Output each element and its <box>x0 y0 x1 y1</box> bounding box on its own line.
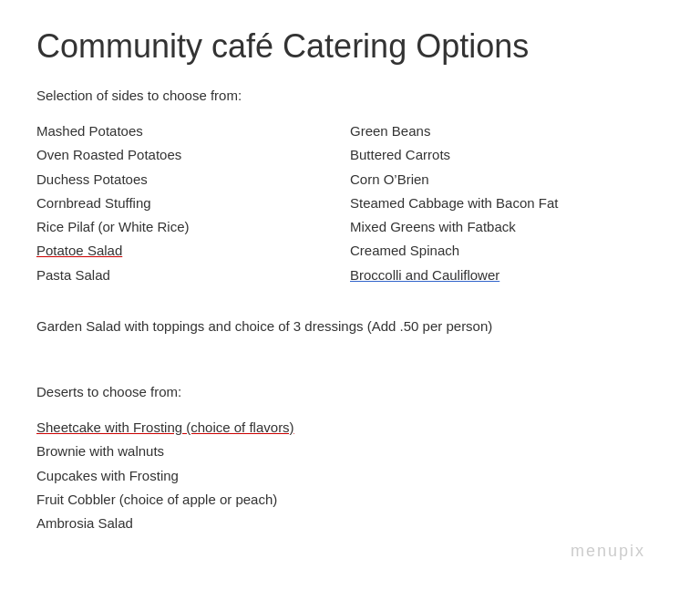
dessert-item: Fruit Cobbler (choice of apple or peach) <box>36 488 664 512</box>
sides-left-item: Duchess Potatoes <box>36 168 350 192</box>
sides-right-item: Steamed Cabbage with Bacon Fat <box>350 192 664 215</box>
full-width-item: Garden Salad with toppings and choice of… <box>36 315 664 338</box>
page-title: Community café Catering Options <box>36 27 664 66</box>
sides-left-item: Potatoe Salad <box>36 239 350 263</box>
sides-grid: Mashed PotatoesOven Roasted PotatoesDuch… <box>36 119 664 287</box>
sides-right-item: Green Beans <box>350 119 664 143</box>
sides-left-item: Mashed Potatoes <box>36 119 350 143</box>
sides-right-column: Green BeansButtered CarrotsCorn O’BrienS… <box>350 119 664 287</box>
sides-right-item: Creamed Spinach <box>350 239 664 263</box>
sides-left-item: Cornbread Stuffing <box>36 192 350 215</box>
sides-right-item: Corn O’Brien <box>350 168 664 192</box>
desserts-section: Deserts to choose from: Sheetcake with F… <box>36 384 664 535</box>
sides-left-item: Pasta Salad <box>36 264 350 287</box>
dessert-item: Ambrosia Salad <box>36 512 664 535</box>
sides-right-item: Mixed Greens with Fatback <box>350 215 664 239</box>
desserts-list: Sheetcake with Frosting (choice of flavo… <box>36 416 664 535</box>
menupix-watermark: menupix <box>571 542 645 561</box>
sides-right-item: Broccolli and Cauliflower <box>350 264 664 287</box>
sides-right-item: Buttered Carrots <box>350 143 664 167</box>
sides-left-item: Rice Pilaf (or White Rice) <box>36 215 350 239</box>
sides-left-item: Oven Roasted Potatoes <box>36 143 350 167</box>
dessert-item: Sheetcake with Frosting (choice of flavo… <box>36 416 664 440</box>
page-container: Community café Catering Options Selectio… <box>0 0 700 611</box>
sides-left-column: Mashed PotatoesOven Roasted PotatoesDuch… <box>36 119 350 287</box>
dessert-item: Brownie with walnuts <box>36 440 664 463</box>
sides-header: Selection of sides to choose from: <box>36 88 664 103</box>
desserts-header: Deserts to choose from: <box>36 384 664 399</box>
dessert-item: Cupcakes with Frosting <box>36 464 664 488</box>
